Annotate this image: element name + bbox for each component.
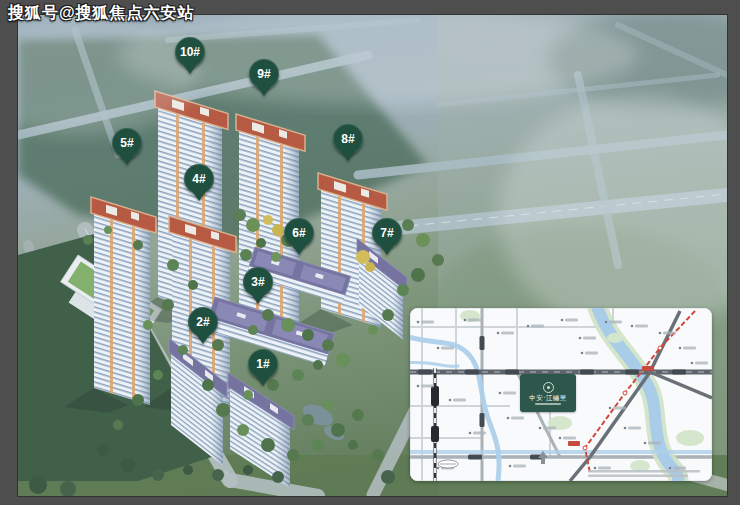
- watermark: 搜狐号@搜狐焦点六安站: [8, 3, 195, 24]
- project-name: 中安·江樾里: [529, 394, 567, 401]
- location-map-inset: 中安·江樾里: [410, 308, 712, 481]
- building-pin-1: 1#: [248, 349, 278, 379]
- building-pin-5: 5#: [112, 128, 142, 158]
- tower-5: [91, 197, 156, 407]
- project-name-latin-line: [535, 403, 561, 405]
- pin-label: 3#: [251, 275, 264, 289]
- building-pin-3: 3#: [243, 267, 273, 297]
- train-icon: [438, 460, 458, 468]
- pin-label: 4#: [192, 172, 205, 186]
- pin-label: 2#: [196, 315, 209, 329]
- building-pin-2: 2#: [188, 307, 218, 337]
- pin-label: 6#: [292, 226, 305, 240]
- pin-label: 5#: [120, 136, 133, 150]
- aerial-photo: 中安·江樾里 10# 9# 8# 5# 4# 6# 7# 3# 2# 1#: [18, 15, 727, 496]
- building-pin-6: 6#: [284, 218, 314, 248]
- pin-label: 10#: [180, 45, 200, 59]
- pin-label: 8#: [341, 132, 354, 146]
- pin-label: 9#: [257, 67, 270, 81]
- building-pin-9: 9#: [249, 59, 279, 89]
- project-logo-icon: [543, 382, 554, 393]
- pin-label: 1#: [256, 357, 269, 371]
- building-pin-4: 4#: [184, 164, 214, 194]
- project-logo-block: 中安·江樾里: [520, 374, 576, 412]
- building-pin-7: 7#: [372, 218, 402, 248]
- pin-label: 7#: [380, 226, 393, 240]
- building-pin-10: 10#: [175, 37, 205, 67]
- building-pin-8: 8#: [333, 124, 363, 154]
